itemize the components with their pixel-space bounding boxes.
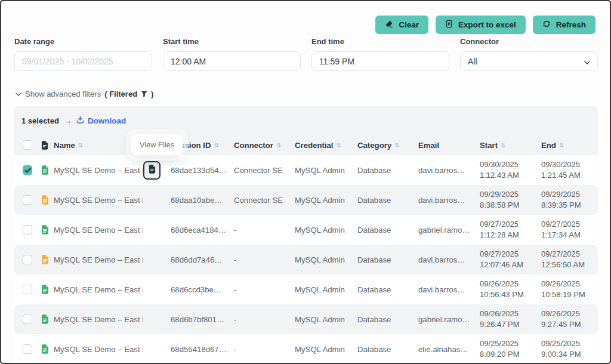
- start-cell: 09/30/20251:12:43 AM: [480, 159, 541, 181]
- end-cell: 09/30/20251:21:45 AM: [541, 159, 598, 181]
- sort-icon[interactable]: ⇅: [337, 142, 341, 149]
- sort-icon[interactable]: ⇅: [559, 142, 564, 149]
- email-cell: gabriel.ramo…: [418, 315, 480, 324]
- column-header-credential[interactable]: Credential ⇅: [295, 141, 357, 150]
- table-row[interactable]: MySQL SE Demo – East Re… 68d6ccd3be… - M…: [14, 274, 598, 304]
- spreadsheet-file-icon: [41, 344, 49, 354]
- export-button-label: Export to excel: [458, 20, 516, 29]
- connector-label: Connector: [460, 37, 598, 46]
- spreadsheet-file-icon: [41, 314, 49, 324]
- start-time-input[interactable]: [163, 51, 301, 71]
- end-time-filter: End time: [311, 37, 449, 71]
- row-checkbox[interactable]: [23, 344, 32, 354]
- column-header-end[interactable]: End ⇅: [541, 141, 598, 150]
- end-cell: 09/26/20259:27:45 PM: [541, 309, 598, 330]
- category-cell: Database: [357, 196, 418, 205]
- credential-cell: MySQL Admin: [295, 166, 357, 175]
- session-name: MySQL SE Demo – East Re…: [54, 196, 143, 205]
- credential-cell: MySQL Admin: [295, 285, 357, 294]
- start-cell: 09/25/20258:09:20 PM: [480, 338, 541, 360]
- header-checkbox-cell: [19, 140, 36, 150]
- session-name: MySQL SE Demo – East R…: [54, 166, 143, 175]
- session-name: MySQL SE Demo – East Re…: [54, 345, 143, 354]
- connector-filter: Connector All: [460, 37, 598, 71]
- session-name: MySQL SE Demo – East Re…: [54, 226, 143, 235]
- column-header-start[interactable]: Start ⇅: [480, 141, 541, 150]
- column-header-label: Name: [54, 141, 75, 150]
- view-files-button[interactable]: [143, 161, 161, 180]
- sort-icon[interactable]: ⇅: [214, 142, 218, 149]
- connector-cell: -: [234, 226, 295, 235]
- category-cell: Database: [357, 166, 418, 175]
- file-icon: [149, 165, 156, 175]
- start-time-filter: Start time: [163, 37, 301, 71]
- excel-file-icon: [445, 20, 453, 30]
- category-cell: Database: [357, 255, 418, 264]
- end-time-input[interactable]: [311, 51, 449, 71]
- session-id: 68d6eca4184…: [171, 226, 234, 235]
- sort-icon[interactable]: ⇅: [394, 142, 399, 149]
- file-type-column-icon: [36, 141, 54, 150]
- selection-bar: 1 selected → Download: [14, 106, 598, 135]
- column-header-connector[interactable]: Connector ⇅: [234, 141, 295, 150]
- row-checkbox[interactable]: [23, 195, 32, 205]
- session-logs-page: Clear Export to excel Refresh Date range…: [0, 0, 611, 364]
- row-checkbox[interactable]: [23, 255, 32, 264]
- row-checkbox[interactable]: [23, 285, 32, 294]
- column-header-category[interactable]: Category ⇅: [357, 141, 418, 150]
- row-checkbox[interactable]: [23, 225, 32, 235]
- connector-select[interactable]: All: [460, 51, 598, 71]
- session-id: 68d55418d67…: [171, 345, 234, 354]
- table-row[interactable]: MySQL SE Demo – East Re… 68d6b7bf801… - …: [14, 304, 598, 334]
- table-row[interactable]: MySQL SE Demo – East R… 68dae133d54… Con…: [14, 155, 598, 185]
- connector-cell: -: [234, 285, 295, 294]
- table-row[interactable]: MySQL SE Demo – East Re… 68d6eca4184… - …: [14, 215, 598, 245]
- sort-icon[interactable]: ⇅: [78, 142, 83, 149]
- arrow-right-icon: →: [64, 116, 72, 125]
- column-header-label: Email: [418, 141, 439, 150]
- connector-cell: -: [234, 315, 295, 324]
- refresh-button[interactable]: Refresh: [533, 16, 595, 34]
- spreadsheet-file-icon: [41, 225, 49, 235]
- table-row[interactable]: MySQL SE Demo – East Re… 68d6dd7a46… - M…: [14, 245, 598, 274]
- sort-icon[interactable]: ⇅: [276, 142, 281, 149]
- start-cell: 09/27/202512:07:46 AM: [480, 249, 541, 270]
- filter-funnel-icon: [141, 91, 147, 97]
- session-id: 68d6ccd3be…: [171, 285, 234, 294]
- spreadsheet-file-icon: [41, 165, 49, 175]
- connector-selected-value: All: [468, 57, 477, 66]
- start-cell: 09/29/20258:38:58 PM: [480, 189, 541, 211]
- session-id: 68daa10abe…: [171, 196, 234, 205]
- table-header-row: Name ⇅ Session ID ⇅ Connector ⇅ Credenti…: [14, 135, 598, 155]
- download-icon: [76, 116, 84, 125]
- start-cell: 09/26/202510:56:43 PM: [480, 279, 541, 300]
- sort-icon[interactable]: ⇅: [501, 142, 505, 149]
- chevron-down-icon: [584, 57, 590, 66]
- advanced-filters-toggle[interactable]: Show advanced filters ( Filtered ): [16, 90, 153, 98]
- date-range-input[interactable]: [14, 51, 152, 71]
- row-checkbox[interactable]: [23, 314, 32, 324]
- credential-cell: MySQL Admin: [295, 255, 357, 264]
- clear-button[interactable]: Clear: [375, 16, 428, 34]
- export-to-excel-button[interactable]: Export to excel: [436, 16, 526, 34]
- table-row[interactable]: MySQL SE Demo – East Re… 68d55418d67… - …: [14, 334, 598, 364]
- credential-cell: MySQL Admin: [295, 315, 357, 324]
- start-time-label: Start time: [163, 37, 301, 46]
- select-all-checkbox[interactable]: [23, 140, 32, 150]
- column-header-label: Category: [357, 141, 391, 150]
- end-cell: 09/25/20259:00:34 PM: [541, 338, 598, 360]
- connector-cell: -: [234, 255, 295, 264]
- email-cell: davi.barros…: [418, 196, 480, 205]
- category-cell: Database: [357, 345, 418, 354]
- connector-cell: -: [234, 345, 295, 354]
- row-checkbox[interactable]: [23, 165, 32, 175]
- connector-cell: Connector SE: [234, 196, 295, 205]
- end-cell: 09/27/202512:56:50 AM: [541, 249, 598, 270]
- column-header-email[interactable]: Email: [418, 141, 480, 150]
- column-header-label: Connector: [234, 141, 273, 150]
- advanced-filters-label: Show advanced filters: [25, 90, 101, 98]
- download-button[interactable]: Download: [76, 116, 126, 125]
- chevron-down-icon: [16, 92, 21, 96]
- table-row[interactable]: MySQL SE Demo – East Re… 68daa10abe… Con…: [14, 185, 598, 215]
- spreadsheet-file-icon: [41, 195, 49, 205]
